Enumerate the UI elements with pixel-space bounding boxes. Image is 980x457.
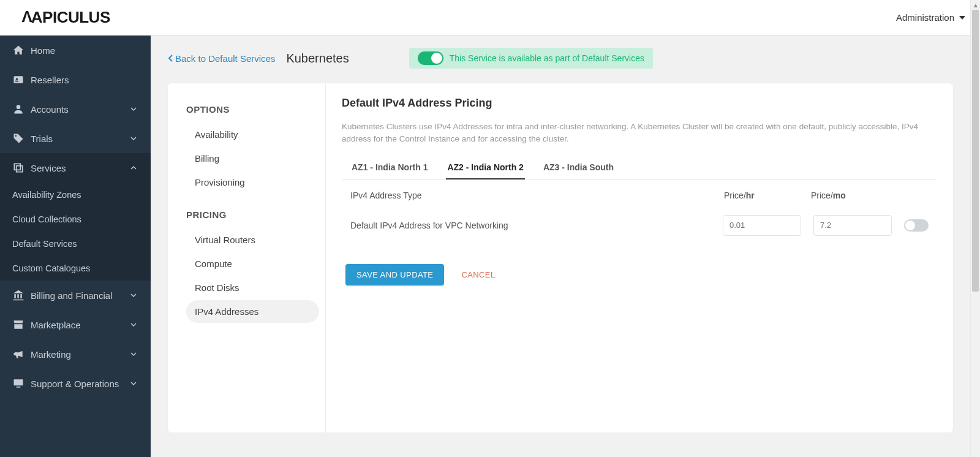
sidebar-item-default-services[interactable]: Default Services bbox=[0, 232, 151, 256]
detail-panel: Default IPv4 Address Pricing Kubernetes … bbox=[326, 83, 953, 432]
availability-badge: This Service is available as part of Def… bbox=[409, 48, 653, 69]
sidebar-item-cloud-collections[interactable]: Cloud Collections bbox=[0, 207, 151, 232]
sidebar-item-accounts[interactable]: Accounts bbox=[0, 94, 151, 124]
sidebar-services-children: Availability Zones Cloud Collections Def… bbox=[0, 183, 151, 281]
chevron-up-icon bbox=[129, 163, 138, 173]
back-link[interactable]: Back to Default Services bbox=[168, 53, 275, 64]
price-mo-input[interactable] bbox=[813, 215, 892, 236]
sidebar-item-label: Marketplace bbox=[31, 320, 81, 330]
scroll-up-arrow[interactable]: ▲ bbox=[971, 0, 980, 10]
sidebar-item-label: Marketing bbox=[31, 349, 71, 360]
caret-down-icon bbox=[959, 16, 965, 20]
save-button[interactable]: SAVE AND UPDATE bbox=[345, 264, 444, 285]
price-hr-input[interactable] bbox=[723, 215, 801, 236]
chevron-left-icon bbox=[168, 55, 173, 62]
az-tabs: AZ1 - India North 1 AZ2 - India North 2 … bbox=[342, 157, 937, 179]
user-icon bbox=[12, 103, 24, 115]
brand-logo: VAPICULUS bbox=[22, 8, 110, 27]
options-item-billing[interactable]: Billing bbox=[186, 147, 319, 170]
sidebar-item-label: Default Services bbox=[12, 239, 77, 249]
sidebar-item-custom-catalogues[interactable]: Custom Catalogues bbox=[0, 256, 151, 281]
pricing-item-virtual-routers[interactable]: Virtual Routers bbox=[186, 228, 319, 251]
sidebar-item-billing[interactable]: Billing and Financial bbox=[0, 281, 151, 310]
sidebar-item-label: Resellers bbox=[31, 75, 69, 85]
id-card-icon bbox=[12, 74, 24, 86]
svg-rect-8 bbox=[17, 387, 21, 388]
svg-rect-2 bbox=[15, 81, 18, 82]
administration-menu[interactable]: Administration bbox=[896, 12, 965, 23]
sidebar-item-label: Custom Catalogues bbox=[12, 263, 90, 273]
col-price-hr: Price/hr bbox=[724, 191, 811, 200]
pricing-row: Default IPv4 Address for VPC Networking bbox=[342, 211, 937, 242]
sidebar-item-services[interactable]: Services bbox=[0, 153, 151, 183]
administration-label: Administration bbox=[896, 12, 954, 23]
options-heading: OPTIONS bbox=[186, 104, 319, 115]
options-item-availability[interactable]: Availability bbox=[186, 123, 319, 146]
topbar: VAPICULUS Administration bbox=[0, 0, 980, 36]
monitor-icon bbox=[12, 377, 24, 390]
tags-icon bbox=[12, 132, 24, 145]
sidebar-item-label: Trials bbox=[31, 134, 53, 144]
tab-az2[interactable]: AZ2 - India North 2 bbox=[446, 157, 524, 179]
scroll-thumb[interactable] bbox=[972, 10, 979, 292]
sidebar-item-label: Support & Operations bbox=[31, 379, 119, 389]
sidebar-item-support[interactable]: Support & Operations bbox=[0, 369, 151, 398]
col-price-mo: Price/mo bbox=[811, 191, 898, 200]
layers-icon bbox=[12, 162, 24, 174]
pricing-item-root-disks[interactable]: Root Disks bbox=[186, 276, 319, 299]
sidebar-item-label: Services bbox=[31, 163, 66, 173]
chevron-down-icon bbox=[129, 134, 138, 143]
options-item-provisioning[interactable]: Provisioning bbox=[186, 171, 319, 194]
svg-rect-5 bbox=[14, 164, 20, 170]
sidebar-item-label: Cloud Collections bbox=[12, 214, 81, 224]
svg-rect-0 bbox=[14, 76, 23, 83]
brand-text: APICULUS bbox=[31, 8, 110, 27]
pricing-header-row: IPv4 Address Type Price/hr Price/mo bbox=[342, 188, 937, 211]
chevron-down-icon bbox=[129, 104, 138, 114]
sidebar-item-trials[interactable]: Trials bbox=[0, 124, 151, 153]
page-header: Back to Default Services Kubernetes This… bbox=[151, 36, 970, 83]
svg-point-4 bbox=[15, 135, 17, 137]
page-title: Kubernetes bbox=[286, 51, 349, 66]
tab-az3[interactable]: AZ3 - India South bbox=[542, 157, 615, 179]
home-icon bbox=[12, 44, 24, 56]
pricing-item-compute[interactable]: Compute bbox=[186, 252, 319, 275]
megaphone-icon bbox=[12, 348, 24, 360]
svg-rect-7 bbox=[14, 379, 23, 385]
back-link-label: Back to Default Services bbox=[175, 53, 275, 64]
store-icon bbox=[12, 319, 24, 331]
sidebar-item-label: Accounts bbox=[31, 104, 69, 115]
pricing-heading: PRICING bbox=[186, 210, 319, 220]
sidebar-item-availability-zones[interactable]: Availability Zones bbox=[0, 183, 151, 207]
sidebar-item-marketplace[interactable]: Marketplace bbox=[0, 310, 151, 339]
main-area: Back to Default Services Kubernetes This… bbox=[151, 36, 970, 457]
bank-icon bbox=[12, 289, 24, 301]
service-availability-toggle[interactable] bbox=[418, 51, 443, 65]
availability-text: This Service is available as part of Def… bbox=[450, 53, 644, 63]
sidebar-item-marketing[interactable]: Marketing bbox=[0, 339, 151, 369]
col-type-label: IPv4 Address Type bbox=[350, 191, 724, 200]
row-enable-toggle[interactable] bbox=[904, 219, 929, 232]
options-panel: OPTIONS Availability Billing Provisionin… bbox=[168, 83, 326, 432]
chevron-down-icon bbox=[129, 290, 138, 300]
detail-description: Kubernetes Clusters use IPv4 Addresses f… bbox=[342, 121, 937, 146]
svg-rect-6 bbox=[17, 166, 23, 172]
cancel-button[interactable]: CANCEL bbox=[461, 270, 495, 279]
sidebar-item-label: Home bbox=[31, 45, 55, 56]
svg-point-1 bbox=[16, 78, 18, 80]
sidebar-item-label: Billing and Financial bbox=[31, 290, 112, 301]
chevron-down-icon bbox=[129, 349, 138, 359]
chevron-down-icon bbox=[129, 320, 138, 330]
sidebar-item-home[interactable]: Home bbox=[0, 36, 151, 65]
detail-title: Default IPv4 Address Pricing bbox=[342, 97, 937, 110]
sidebar: Home Resellers Accounts Trials Services … bbox=[0, 36, 151, 457]
svg-point-3 bbox=[17, 105, 21, 109]
pricing-item-ipv4[interactable]: IPv4 Addresses bbox=[186, 300, 319, 323]
content-card: OPTIONS Availability Billing Provisionin… bbox=[168, 83, 953, 432]
action-row: SAVE AND UPDATE CANCEL bbox=[345, 264, 937, 285]
tab-az1[interactable]: AZ1 - India North 1 bbox=[350, 157, 429, 179]
chevron-down-icon bbox=[129, 379, 138, 388]
row-label: Default IPv4 Address for VPC Networking bbox=[350, 221, 717, 230]
window-scrollbar[interactable]: ▲ bbox=[970, 0, 980, 457]
sidebar-item-resellers[interactable]: Resellers bbox=[0, 65, 151, 94]
